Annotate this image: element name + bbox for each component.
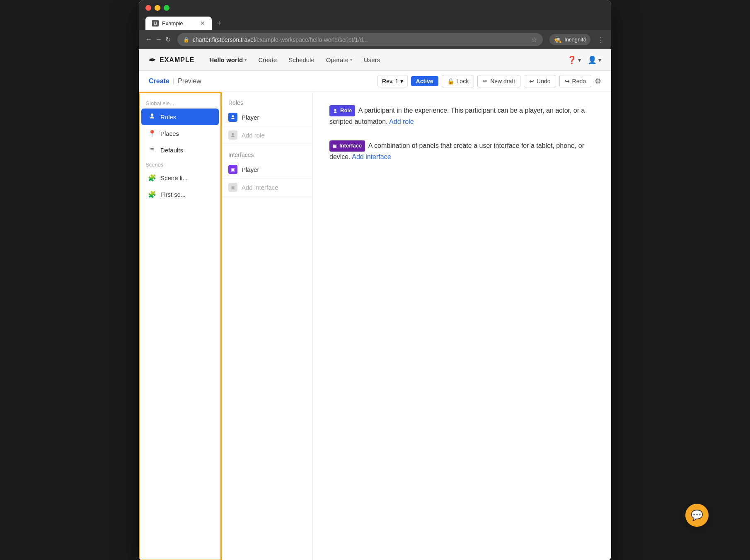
add-interface-icon: ▣ [228,183,237,192]
player-role-item[interactable]: Player [222,109,312,126]
nav-item-create[interactable]: Create [253,53,282,67]
chevron-down-icon: ▾ [400,78,403,84]
browser-window: 🗒 Example ✕ + ← → ↻ 🔒 charter.firstperso… [139,0,611,560]
help-icon: ❓ [567,56,576,65]
new-tab-button[interactable]: + [212,17,227,30]
nav-item-operate[interactable]: Operate ▾ [321,53,357,67]
settings-button[interactable]: ⚙ [595,77,601,86]
nav-item-users[interactable]: Users [359,53,385,67]
incognito-icon: 🕵 [554,36,562,43]
roles-section-label: Roles [222,95,312,109]
app-content: ✒ EXAMPLE Hello world ▾ Create Schedule … [139,49,611,560]
interfaces-section-label: Interfaces [222,147,312,161]
toolbar-center: Rev. 1 ▾ Active 🔒 Lock ✏ New draft ↩ Und… [377,75,601,87]
active-tab[interactable]: 🗒 Example ✕ [145,17,212,30]
ssl-lock-icon: 🔒 [183,37,189,43]
back-button[interactable]: ← [145,36,152,43]
revision-dropdown[interactable]: Rev. 1 ▾ [377,75,407,87]
sidebar-item-defaults[interactable]: ≡ Defaults [141,142,219,158]
revision-label: Rev. 1 [382,78,398,84]
bookmark-icon[interactable]: ☆ [531,36,537,43]
add-interface-link[interactable]: Add interface [352,153,391,160]
url-domain: charter.firstperson.travel [193,36,255,43]
reload-button[interactable]: ↻ [165,36,171,43]
role-badge: Role [329,105,355,116]
address-bar: ← → ↻ 🔒 charter.firstperson.travel/examp… [139,30,611,49]
list-icon: ≡ [148,146,156,154]
incognito-badge: 🕵 Incognito [549,34,590,45]
add-role-label: Add role [242,132,265,139]
sidebar-item-places[interactable]: 📍 Places [141,126,219,142]
player-role-label: Player [242,114,259,121]
url-path: /example-workspace/hello-world/script/1/… [255,36,368,43]
chrome-titlebar: 🗒 Example ✕ + [139,0,611,30]
add-interface-item[interactable]: ▣ Add interface [222,179,312,196]
chevron-down-icon: ▾ [598,57,601,63]
preview-tab[interactable]: Preview [178,77,201,85]
interface-icon: ▣ [228,165,237,174]
player-interface-label: Player [242,166,259,173]
close-button[interactable] [145,5,151,11]
nav-buttons: ← → ↻ [145,36,171,43]
more-options-icon[interactable]: ⋮ [597,35,605,44]
person-icon [148,113,156,121]
chat-fab-button[interactable]: 💬 [685,504,709,527]
main-nav: Hello world ▾ Create Schedule Operate ▾ … [204,53,385,67]
places-label: Places [160,130,179,137]
tab-bar: 🗒 Example ✕ + [145,17,605,30]
defaults-label: Defaults [160,147,183,154]
url-display: charter.firstperson.travel/example-works… [193,36,528,43]
toolbar: Create | Preview Rev. 1 ▾ Active 🔒 Lock … [139,71,611,92]
sidebar-item-roles[interactable]: Roles [141,109,219,125]
active-badge: Active [411,76,438,86]
tab-separator: | [173,77,174,85]
chevron-down-icon: ▾ [350,58,352,62]
interface-description-block: ▣ Interface A combination of panels that… [329,140,595,162]
add-role-icon [228,130,237,140]
address-actions: 🕵 Incognito ⋮ [549,34,605,45]
scene-list-label: Scene li... [160,174,188,181]
role-description-text: A participant in the experience. This pa… [329,107,585,125]
nav-item-hello-world[interactable]: Hello world ▾ [204,53,252,67]
fullscreen-button[interactable] [164,5,169,11]
nav-item-schedule[interactable]: Schedule [283,53,319,67]
puzzle-icon: 🧩 [148,174,156,182]
interface-badge: ▣ Interface [329,140,365,152]
logo-text: EXAMPLE [160,56,194,64]
redo-icon: ↪ [565,78,570,84]
roles-label: Roles [160,113,176,121]
right-content: Role A participant in the experience. Th… [313,92,611,560]
gear-icon: ⚙ [595,77,601,85]
chevron-down-icon: ▾ [578,57,581,63]
add-role-item[interactable]: Add role [222,126,312,144]
player-interface-item[interactable]: ▣ Player [222,161,312,179]
add-role-link[interactable]: Add role [389,118,414,125]
tab-close-icon[interactable]: ✕ [200,20,205,27]
undo-button[interactable]: ↩ Undo [524,75,556,87]
create-tab[interactable]: Create [149,77,169,85]
user-menu-button[interactable]: 👤 ▾ [588,56,601,65]
first-scene-label: First sc... [160,191,186,198]
sidebar-item-first-scene[interactable]: 🧩 First sc... [141,186,219,203]
minimize-button[interactable] [155,5,160,11]
add-interface-label: Add interface [242,184,278,191]
role-description-block: Role A participant in the experience. Th… [329,105,595,127]
app-nav: ✒ EXAMPLE Hello world ▾ Create Schedule … [139,49,611,71]
main-content: Global ele... Roles 📍 Places ≡ Default [139,92,611,560]
tab-favicon-icon: 🗒 [152,20,159,27]
left-sidebar: Global ele... Roles 📍 Places ≡ Default [139,92,222,560]
global-section-label: Global ele... [139,97,221,108]
url-bar[interactable]: 🔒 charter.firstperson.travel/example-wor… [177,33,543,46]
forward-button[interactable]: → [155,36,162,43]
lock-button[interactable]: 🔒 Lock [442,75,474,87]
sidebar-item-scene-list[interactable]: 🧩 Scene li... [141,170,219,186]
redo-button[interactable]: ↪ Redo [559,75,591,87]
chevron-down-icon: ▾ [244,58,247,62]
middle-panel: Roles Player Add role [222,92,313,560]
new-draft-button[interactable]: ✏ New draft [477,75,520,87]
chat-icon: 💬 [691,509,703,521]
help-button[interactable]: ❓ ▾ [567,56,581,65]
tab-title: Example [162,20,183,27]
role-icon [228,113,237,122]
pin-icon: 📍 [148,130,156,138]
